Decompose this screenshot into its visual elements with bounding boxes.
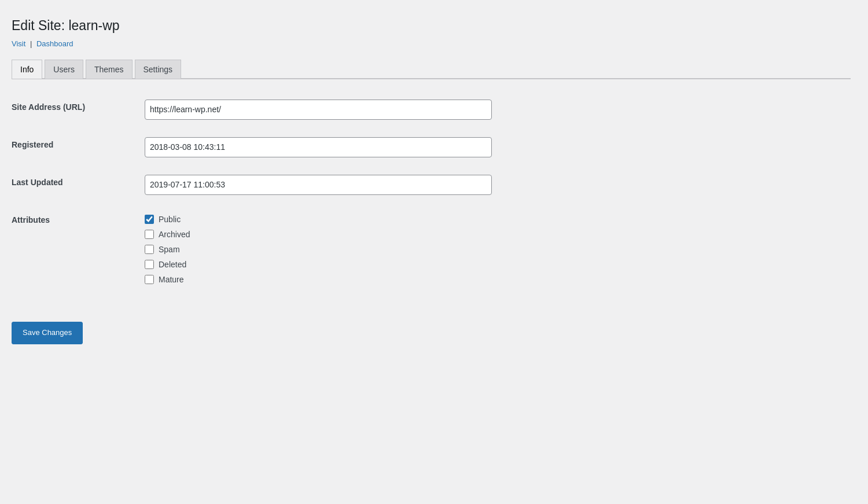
link-separator: | — [30, 39, 32, 48]
tab-info-link[interactable]: Info — [12, 60, 42, 79]
site-address-row: Site Address (URL) — [12, 91, 851, 128]
checkbox-mature-row[interactable]: Mature — [145, 275, 845, 284]
checkbox-public-label: Public — [159, 215, 181, 224]
attributes-row: Attributes Public Archived — [12, 204, 851, 293]
checkbox-spam[interactable] — [145, 245, 154, 254]
site-address-label: Site Address (URL) — [12, 91, 139, 128]
attributes-label: Attributes — [12, 204, 139, 293]
save-changes-button[interactable]: Save Changes — [12, 322, 83, 344]
attributes-group: Public Archived Spam — [145, 212, 845, 284]
site-address-input[interactable] — [145, 100, 492, 120]
tab-settings[interactable]: Settings — [135, 60, 184, 78]
tab-info[interactable]: Info — [12, 60, 45, 78]
checkbox-spam-row[interactable]: Spam — [145, 245, 845, 254]
checkbox-deleted[interactable] — [145, 260, 154, 269]
registered-row: Registered — [12, 128, 851, 166]
dashboard-link[interactable]: Dashboard — [36, 39, 73, 48]
checkbox-archived-row[interactable]: Archived — [145, 230, 845, 239]
tabs-wrapper: Info Users Themes Settings — [12, 60, 851, 79]
last-updated-cell — [139, 166, 851, 204]
checkbox-archived-label: Archived — [159, 230, 190, 239]
checkbox-archived[interactable] — [145, 230, 154, 239]
submit-wrapper: Save Changes — [12, 310, 851, 356]
checkbox-mature[interactable] — [145, 275, 154, 284]
checkbox-public[interactable] — [145, 215, 154, 224]
attributes-cell: Public Archived Spam — [139, 204, 851, 293]
checkbox-deleted-row[interactable]: Deleted — [145, 260, 845, 269]
checkbox-public-row[interactable]: Public — [145, 215, 845, 224]
page-links: Visit | Dashboard — [12, 39, 851, 48]
form-content: Site Address (URL) Registered Last Updat… — [12, 79, 851, 367]
last-updated-row: Last Updated — [12, 166, 851, 204]
registered-cell — [139, 128, 851, 166]
form-table: Site Address (URL) Registered Last Updat… — [12, 91, 851, 293]
visit-link[interactable]: Visit — [12, 39, 25, 48]
registered-label: Registered — [12, 128, 139, 166]
page-title: Edit Site: learn-wp — [12, 17, 851, 35]
checkbox-mature-label: Mature — [159, 275, 184, 284]
last-updated-label: Last Updated — [12, 166, 139, 204]
tab-themes[interactable]: Themes — [86, 60, 135, 78]
tab-list: Info Users Themes Settings — [12, 60, 851, 79]
site-address-cell — [139, 91, 851, 128]
tab-themes-link[interactable]: Themes — [86, 60, 133, 79]
tab-users-link[interactable]: Users — [45, 60, 83, 79]
page-wrapper: Edit Site: learn-wp Visit | Dashboard In… — [0, 0, 868, 385]
registered-input[interactable] — [145, 137, 492, 157]
checkbox-deleted-label: Deleted — [159, 260, 186, 269]
last-updated-input[interactable] — [145, 175, 492, 195]
tab-settings-link[interactable]: Settings — [135, 60, 182, 79]
tab-users[interactable]: Users — [45, 60, 86, 78]
checkbox-spam-label: Spam — [159, 245, 180, 254]
